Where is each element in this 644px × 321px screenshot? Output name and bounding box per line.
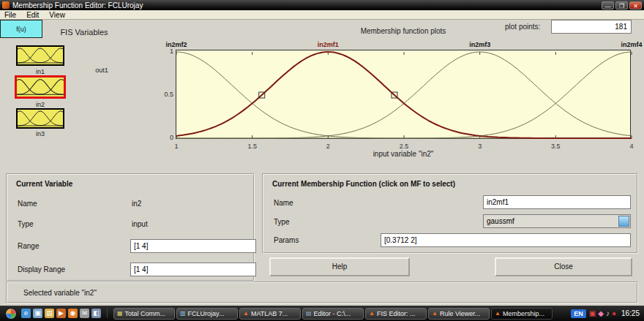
mf-curve-in2mf2[interactable] (176, 52, 632, 138)
mf-curve-in2mf4[interactable] (176, 52, 632, 138)
current-mf-heading: Current Membership Function (click on MF… (272, 180, 455, 188)
matlab-icon: ▲ (495, 310, 501, 317)
variable-box-in1[interactable] (16, 45, 64, 66)
mf-peak-label-in2mf1[interactable]: in2mf1 (318, 41, 339, 48)
taskbar-button-editor-c[interactable]: ▤Editor - C:\... (302, 308, 364, 320)
output-function-label: f(u) (16, 26, 26, 33)
menu-item-edit[interactable]: Edit (26, 11, 39, 19)
volume-tray-icon[interactable]: ♪ (606, 310, 610, 317)
mf-curves-svg (176, 50, 632, 140)
quick-launch-bar: e▣▤▶◉✉◧ (21, 309, 108, 318)
thumbnail-curve (18, 111, 63, 126)
taskbar-button-label: Rule Viewer... (440, 310, 480, 317)
editor-icon: ▤ (306, 310, 312, 317)
ie-icon[interactable]: e (21, 309, 31, 318)
variable-name-value: in2 (132, 200, 141, 208)
window-title: Membership Function Editor: FCLUrojay (12, 1, 602, 10)
thumbnail-curve (18, 111, 63, 126)
close-window-button[interactable]: ✕ (629, 1, 642, 10)
mf-peak-label-in2mf4[interactable]: in2mf4 (621, 41, 642, 48)
mf-params-label: Params (274, 236, 299, 244)
variable-box-out1[interactable]: f(u) (0, 20, 42, 38)
antivirus-tray-icon[interactable]: ● (612, 310, 616, 317)
matlab-icon: ▲ (432, 310, 438, 317)
start-button[interactable] (5, 308, 17, 320)
firefox-icon[interactable]: ◉ (68, 309, 78, 318)
taskbar-button-fis-editor[interactable]: ▲FIS Editor: ... (365, 308, 427, 320)
x-tick-label: 2.5 (400, 143, 409, 150)
variable-name-label: Name (18, 200, 37, 208)
explorer-icon[interactable]: ◧ (91, 309, 101, 318)
dropdown-arrow-icon[interactable] (618, 216, 629, 227)
thumbnail-curve (18, 48, 63, 63)
membership-function-plot[interactable]: in2mf2in2mf1in2mf3in2mf411.522.533.5410.… (176, 50, 631, 139)
fis-variables-heading: FIS Variables (40, 28, 128, 37)
menu-bar: FileEditView (0, 10, 644, 20)
thumbnail-curve (17, 80, 64, 95)
taskbar-button-label: Membership... (503, 310, 544, 317)
variable-box-in3[interactable] (16, 108, 64, 129)
taskbar-tasks: ▦Total Comm...▥FCLUrojay...▲MATLAB 7...▤… (113, 308, 568, 320)
x-tick-label: 1.5 (247, 143, 257, 150)
taskbar-button-fclurojay[interactable]: ▥FCLUrojay... (176, 308, 238, 320)
system-tray: EN ▣◆♪● 16:25 (571, 309, 642, 318)
mf-name-label: Name (274, 199, 293, 207)
variable-box-in2-selected[interactable] (15, 75, 66, 99)
desktop-screen: Membership Function Editor: FCLUrojay — … (0, 0, 644, 321)
thumbnail-curve (18, 48, 63, 63)
mail-icon[interactable]: ✉ (80, 309, 89, 318)
menu-item-view[interactable]: View (49, 11, 65, 19)
variable-label-in1: in1 (16, 68, 64, 75)
variable-label-in2: in2 (16, 101, 64, 108)
window-titlebar[interactable]: Membership Function Editor: FCLUrojay — … (0, 0, 644, 10)
current-mf-panel: Current Membership Function (click on MF… (262, 173, 638, 254)
variable-range-label: Range (18, 242, 39, 250)
taskbar-button-membership[interactable]: ▲Membership... (491, 308, 553, 320)
mf-peak-label-in2mf3[interactable]: in2mf3 (469, 41, 490, 48)
document-icon: ▥ (180, 310, 186, 317)
status-panel: Selected variable "in2" (6, 282, 638, 303)
graphics-tray-icon[interactable]: ▣ (589, 310, 596, 317)
mf-curve-in2mf3[interactable] (176, 52, 632, 138)
display-range-input[interactable] (130, 263, 256, 276)
plot-points-label: plot points: (505, 23, 540, 31)
thumbnail-curve (18, 48, 63, 63)
x-tick-label: 3.5 (551, 143, 561, 150)
variable-range-input[interactable] (130, 239, 256, 253)
messenger-tray-icon[interactable]: ◆ (598, 310, 604, 317)
status-text: Selected variable "in2" (23, 289, 97, 297)
media-player-icon[interactable]: ▶ (56, 309, 66, 318)
taskbar: e▣▤▶◉✉◧ ▦Total Comm...▥FCLUrojay...▲MATL… (0, 306, 644, 321)
folder-icon[interactable]: ▤ (45, 309, 54, 318)
show-desktop-icon[interactable]: ▣ (33, 309, 42, 318)
mf-thumbnail (17, 78, 64, 97)
mf-curve-in2mf1[interactable] (176, 52, 632, 138)
app-icon (2, 1, 10, 9)
current-variable-panel: Current Variable Name in2 Type input Ran… (6, 173, 255, 282)
taskbar-button-total-comm[interactable]: ▦Total Comm... (113, 308, 175, 320)
taskbar-button-matlab-7[interactable]: ▲MATLAB 7... (239, 308, 301, 320)
taskbar-button-label: MATLAB 7... (251, 310, 288, 317)
display-range-label: Display Range (18, 265, 65, 273)
menu-item-file[interactable]: File (4, 11, 16, 19)
minimize-button[interactable]: — (602, 1, 614, 10)
x-tick-label: 2 (326, 143, 330, 150)
mf-name-input[interactable] (483, 195, 631, 209)
maximize-button[interactable]: ❐ (615, 1, 628, 10)
variable-label-out1: out1 (78, 67, 126, 74)
taskbar-button-rule-viewer[interactable]: ▲Rule Viewer... (428, 308, 490, 320)
mf-params-input[interactable] (381, 233, 631, 247)
plot-points-input[interactable] (551, 20, 632, 34)
taskbar-button-label: FIS Editor: ... (377, 310, 416, 317)
thumbnail-curve (17, 80, 64, 95)
help-button[interactable]: Help (269, 257, 410, 276)
mf-type-value: gaussmf (487, 217, 514, 225)
mf-editor-client: FIS Variables f(u) in1 out1 in2 in3 Memb… (0, 20, 644, 306)
y-tick-label: 1 (157, 48, 173, 55)
mf-type-dropdown[interactable]: gaussmf (483, 214, 631, 228)
language-badge[interactable]: EN (571, 309, 586, 318)
total-commander-icon: ▦ (117, 310, 123, 317)
taskbar-button-label: Total Comm... (125, 310, 166, 317)
variable-type-value: input (132, 220, 148, 228)
close-button[interactable]: Close (495, 257, 632, 276)
